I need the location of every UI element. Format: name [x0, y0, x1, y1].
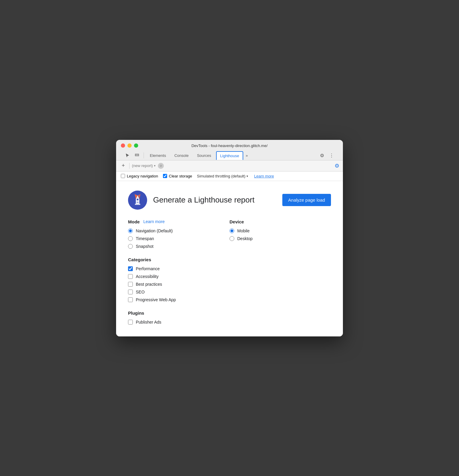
- report-select-label: (new report): [132, 163, 153, 168]
- mode-timespan-label[interactable]: Timespan: [128, 236, 218, 241]
- category-accessibility-checkbox[interactable]: [128, 274, 133, 279]
- device-title: Device: [230, 219, 244, 224]
- mode-navigation-radio[interactable]: [128, 228, 133, 233]
- main-content: Generate a Lighthouse report Analyze pag…: [116, 181, 343, 336]
- tab-console[interactable]: Console: [171, 151, 192, 160]
- tab-sources[interactable]: Sources: [193, 151, 215, 160]
- throttle-select[interactable]: Simulated throttling (default) ▾: [197, 174, 248, 178]
- legacy-navigation-text: Legacy navigation: [127, 174, 158, 178]
- header-left: Generate a Lighthouse report: [128, 191, 255, 210]
- tab-lighthouse[interactable]: Lighthouse: [216, 151, 244, 160]
- category-best-practices-text: Best practices: [136, 282, 162, 287]
- options-bar: Legacy navigation Clear storage Simulate…: [116, 171, 343, 181]
- category-pwa-checkbox[interactable]: [128, 297, 133, 302]
- plugins-title: Plugins: [128, 310, 331, 316]
- mode-snapshot-radio[interactable]: [128, 244, 133, 249]
- legacy-navigation-checkbox[interactable]: [121, 174, 125, 178]
- category-seo-text: SEO: [136, 290, 145, 294]
- throttle-chevron-icon: ▾: [247, 174, 248, 178]
- mode-navigation-label[interactable]: Navigation (Default): [128, 228, 218, 233]
- window-title: DevTools - foul-heavenly-direction.glitc…: [121, 143, 338, 148]
- plugins-checkbox-group: Publisher Ads: [128, 320, 331, 324]
- report-bar: + (new report) ▾ ⊘ ⚙: [116, 160, 343, 171]
- mode-header: Mode Learn more: [128, 219, 218, 224]
- mode-section: Mode Learn more Navigation (Default) Tim…: [128, 219, 230, 249]
- category-best-practices-checkbox[interactable]: [128, 282, 133, 287]
- category-performance-text: Performance: [136, 266, 160, 271]
- mode-title: Mode: [128, 219, 140, 224]
- category-accessibility-label[interactable]: Accessibility: [128, 274, 331, 279]
- device-desktop-text: Desktop: [237, 236, 252, 241]
- device-mobile-radio[interactable]: [230, 228, 234, 233]
- throttle-label: Simulated throttling (default): [197, 174, 246, 178]
- device-section: Device Mobile Desktop: [230, 219, 331, 249]
- svg-point-7: [137, 199, 138, 200]
- plugin-publisher-ads-checkbox[interactable]: [128, 320, 133, 324]
- mode-navigation-text: Navigation (Default): [136, 228, 173, 233]
- report-select[interactable]: (new report) ▾: [132, 163, 155, 168]
- device-radio-group: Mobile Desktop: [230, 228, 319, 241]
- device-mobile-text: Mobile: [237, 228, 249, 233]
- mode-radio-group: Navigation (Default) Timespan Snapshot: [128, 228, 218, 249]
- category-pwa-text: Progressive Web App: [136, 297, 176, 302]
- category-pwa-label[interactable]: Progressive Web App: [128, 297, 331, 302]
- categories-title: Categories: [128, 257, 331, 262]
- minimize-button[interactable]: [127, 143, 132, 148]
- mode-timespan-text: Timespan: [136, 236, 154, 241]
- device-header: Device: [230, 219, 319, 224]
- mode-timespan-radio[interactable]: [128, 236, 133, 241]
- category-seo-label[interactable]: SEO: [128, 290, 331, 294]
- category-accessibility-text: Accessibility: [136, 274, 158, 279]
- tab-more[interactable]: »: [244, 152, 249, 159]
- legacy-navigation-label[interactable]: Legacy navigation: [121, 174, 158, 178]
- lighthouse-logo: [128, 191, 147, 210]
- gear-icon[interactable]: ⚙: [318, 151, 326, 160]
- add-report-button[interactable]: +: [120, 162, 127, 169]
- device-mobile-label[interactable]: Mobile: [230, 228, 319, 233]
- svg-rect-0: [135, 154, 139, 155]
- tab-separator-1: [144, 152, 144, 158]
- svg-rect-6: [135, 204, 140, 205]
- categories-section: Categories Performance Accessibility Bes…: [128, 257, 331, 302]
- plugins-section: Plugins Publisher Ads: [128, 310, 331, 324]
- header-row: Generate a Lighthouse report Analyze pag…: [128, 191, 331, 210]
- settings-icon[interactable]: ⚙: [335, 163, 339, 169]
- categories-checkbox-group: Performance Accessibility Best practices…: [128, 266, 331, 302]
- device-desktop-radio[interactable]: [230, 236, 234, 241]
- more-options-icon[interactable]: ⋮: [327, 151, 336, 160]
- mode-snapshot-text: Snapshot: [136, 244, 153, 249]
- title-bar: DevTools - foul-heavenly-direction.glitc…: [116, 140, 343, 160]
- devtools-window: DevTools - foul-heavenly-direction.glitc…: [116, 140, 343, 336]
- maximize-button[interactable]: [134, 143, 138, 148]
- category-performance-checkbox[interactable]: [128, 266, 133, 271]
- analyze-button[interactable]: Analyze page load: [282, 194, 331, 206]
- mode-learn-more[interactable]: Learn more: [143, 219, 165, 224]
- mode-device-grid: Mode Learn more Navigation (Default) Tim…: [128, 219, 331, 249]
- category-seo-checkbox[interactable]: [128, 290, 133, 294]
- cursor-icon[interactable]: [123, 151, 132, 160]
- category-best-practices-label[interactable]: Best practices: [128, 282, 331, 287]
- close-button[interactable]: [121, 143, 125, 148]
- plugin-publisher-ads-text: Publisher Ads: [136, 320, 161, 324]
- category-performance-label[interactable]: Performance: [128, 266, 331, 271]
- plugin-publisher-ads-label[interactable]: Publisher Ads: [128, 320, 331, 324]
- tab-elements[interactable]: Elements: [146, 151, 170, 160]
- block-icon[interactable]: ⊘: [158, 163, 164, 169]
- device-desktop-label[interactable]: Desktop: [230, 236, 319, 241]
- mode-snapshot-label[interactable]: Snapshot: [128, 244, 218, 249]
- devtools-tabs: Elements Console Sources Lighthouse » ⚙ …: [121, 151, 338, 160]
- clear-storage-checkbox[interactable]: [163, 174, 167, 178]
- page-title: Generate a Lighthouse report: [153, 195, 255, 205]
- learn-more-link[interactable]: Learn more: [254, 174, 274, 178]
- layers-icon[interactable]: [133, 151, 141, 160]
- svg-rect-1: [135, 155, 139, 156]
- chevron-down-icon: ▾: [154, 164, 155, 167]
- clear-storage-text: Clear storage: [169, 174, 192, 178]
- report-separator: [129, 163, 130, 169]
- clear-storage-label[interactable]: Clear storage: [163, 174, 192, 178]
